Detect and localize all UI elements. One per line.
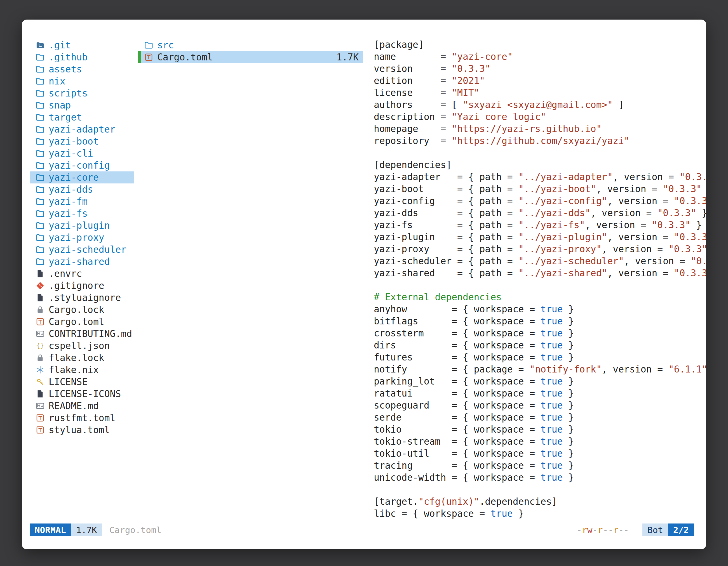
dir-row[interactable]: yazi-cli [30,147,134,159]
file-row[interactable]: LICENSE-ICONS [30,388,134,400]
folder-icon [35,233,45,243]
status-filename: Cargo.toml [109,525,162,535]
entry-label: CONTRIBUTING.md [49,328,132,339]
file-icon [35,269,45,279]
preview-line: [package] [374,39,706,51]
preview-line: [target."cfg(unix)".dependencies] [374,496,706,508]
dir-row[interactable]: .github [30,51,134,63]
dir-row[interactable]: scripts [30,87,134,99]
dir-row[interactable]: yazi-core [30,172,134,184]
file-row[interactable]: Cargo.lock [30,304,134,316]
status-right-group: -rw-r--r-- Bot 2/2 [577,523,694,536]
preview-line: # External dependencies [374,292,706,304]
file-preview-pane[interactable]: [package]name = "yazi-core"version = "0.… [374,39,706,523]
preview-line: yazi-boot = { path = "../yazi-boot", ver… [374,184,706,196]
preview-line: ratatui = { workspace = true } [374,388,706,400]
file-row[interactable]: README.md [30,400,134,412]
preview-line: yazi-adapter = { path = "../yazi-adapter… [374,172,706,184]
folder-icon [35,220,45,231]
dir-row[interactable]: yazi-plugin [30,220,134,232]
file-row[interactable]: .styluaignore [30,292,134,304]
lock-icon [35,304,45,315]
dir-row[interactable]: assets [30,63,134,75]
current-directory-pane[interactable]: srcCargo.toml1.7K [138,39,363,523]
dir-row[interactable]: yazi-config [30,159,134,172]
file-permissions: -rw-r--r-- [577,525,629,535]
file-row[interactable]: Cargo.toml [30,316,134,328]
lock-icon [35,353,45,363]
file-row[interactable]: stylua.toml [30,424,134,436]
markdown-icon [35,328,45,339]
preview-line: tokio = { workspace = true } [374,424,706,436]
file-row[interactable]: flake.lock [30,352,134,364]
preview-line: yazi-scheduler = { path = "../yazi-sched… [374,256,706,268]
git-ignore-icon [35,281,45,291]
dir-row[interactable]: yazi-fs [30,208,134,220]
preview-line: yazi-fs = { path = "../yazi-fs", version… [374,220,706,232]
preview-line: futures = { workspace = true } [374,352,706,364]
entry-label: Cargo.toml [157,52,213,63]
file-row[interactable]: Cargo.toml1.7K [138,51,363,63]
file-row[interactable]: CONTRIBUTING.md [30,328,134,340]
folder-icon [35,100,45,111]
folder-icon [35,112,45,123]
dir-row[interactable]: yazi-proxy [30,232,134,244]
markdown-icon [35,401,45,411]
preview-line: bitflags = { workspace = true } [374,316,706,328]
status-bar: NORMAL 1.7K Cargo.toml -rw-r--r-- Bot 2/… [30,523,694,536]
preview-line: license = "MIT" [374,87,706,99]
entry-label: LICENSE [49,376,88,387]
preview-line: description = "Yazi core logic" [374,111,706,123]
entry-label: yazi-fm [49,196,88,207]
toml-icon [35,316,45,327]
preview-line: serde = { workspace = true } [374,412,706,424]
folder-icon [35,88,45,99]
preview-line: anyhow = { workspace = true } [374,304,706,316]
folder-icon [35,245,45,255]
file-row[interactable]: .gitignore [30,280,134,292]
preview-line: unicode-width = { workspace = true } [374,472,706,484]
preview-line: yazi-proxy = { path = "../yazi-proxy", v… [374,244,706,256]
dir-row[interactable]: yazi-shared [30,256,134,268]
file-icon [35,389,45,399]
file-row[interactable]: rustfmt.toml [30,412,134,424]
entry-label: flake.lock [49,352,104,363]
entry-label: .styluaignore [49,292,121,303]
dir-row[interactable]: nix [30,75,134,87]
preview-line [374,484,706,496]
entry-label: src [157,40,174,51]
entry-label: Cargo.lock [49,304,104,315]
file-row[interactable]: LICENSE [30,376,134,388]
dir-row[interactable]: .git [30,39,134,51]
file-row[interactable]: {}cspell.json [30,340,134,352]
folder-icon [35,208,45,219]
folder-icon [35,184,45,195]
dir-row[interactable]: yazi-adapter [30,123,134,135]
preview-line: yazi-dds = { path = "../yazi-dds", versi… [374,208,706,220]
dir-row[interactable]: target [30,111,134,123]
preview-line [374,280,706,292]
dir-row[interactable]: snap [30,99,134,111]
toml-icon [35,413,45,423]
dir-row[interactable]: yazi-dds [30,184,134,196]
entry-label: stylua.toml [49,424,110,435]
preview-line: homepage = "https://yazi-rs.github.io" [374,123,706,135]
parent-directory-pane[interactable]: .git.githubassetsnixscriptssnaptargetyaz… [30,39,134,523]
scroll-position-badge: Bot [642,523,668,536]
dir-row[interactable]: yazi-fm [30,196,134,208]
dir-row[interactable]: yazi-scheduler [30,244,134,256]
folder-icon [35,160,45,171]
entry-label: rustfmt.toml [49,412,115,423]
file-row[interactable]: .envrc [30,268,134,280]
preview-line: yazi-shared = { path = "../yazi-shared",… [374,268,706,280]
dir-row[interactable]: yazi-boot [30,135,134,147]
entry-label: yazi-proxy [49,232,104,243]
folder-icon [143,40,154,51]
preview-line: scopeguard = { workspace = true } [374,400,706,412]
file-size-badge: 1.7K [71,523,102,536]
dir-row[interactable]: src [138,39,363,51]
entry-label: nix [49,76,65,87]
file-icon [35,292,45,303]
file-row[interactable]: flake.nix [30,364,134,376]
folder-icon [35,124,45,135]
